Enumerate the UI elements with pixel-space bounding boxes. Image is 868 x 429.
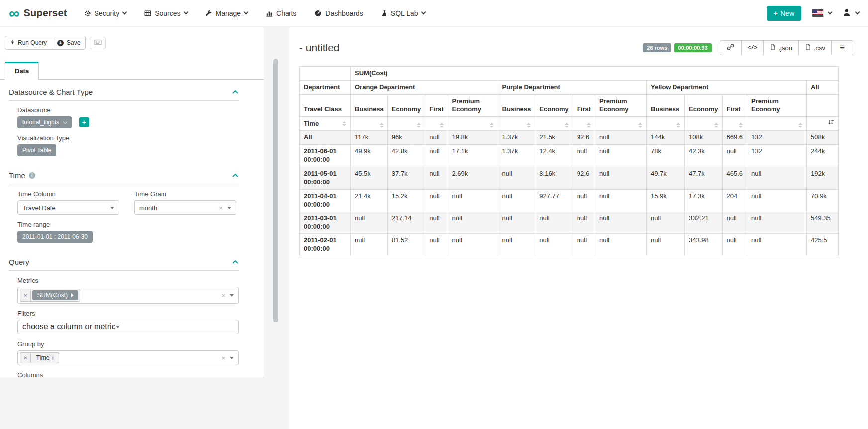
page-background [0,377,289,429]
chart-header: - untitled 26 rows 00:00:00.93 </> .json… [289,27,868,55]
run-query-button[interactable]: Run Query [5,36,52,50]
row-label: 2011-03-01 00:00:00 [300,212,351,234]
pivot-cell: null [425,234,448,256]
nav-item-manage[interactable]: Manage [205,9,248,17]
infinity-logo-icon: ∞ [9,6,19,20]
keyboard-shortcut-button[interactable] [90,37,106,49]
caret-right-icon [71,293,74,297]
groupby-token[interactable]: × Time i [20,352,59,363]
nav-item-sources[interactable]: Sources [144,9,187,17]
sort-header[interactable] [722,116,747,131]
sort-header[interactable] [387,116,425,131]
sort-header[interactable] [535,116,573,131]
gears-icon [84,10,91,17]
pivot-cell: 1.37k [498,131,535,145]
sort-header[interactable] [448,116,498,131]
chevron-down-icon [828,10,833,15]
nav-item-sql-lab[interactable]: SQL Lab [381,9,425,17]
share-link-button[interactable] [720,40,742,55]
time-range-button[interactable]: 2011-01-01 : 2011-06-30 [17,231,93,243]
language-selector[interactable] [812,9,832,17]
remove-token-icon[interactable]: × [20,289,31,301]
sort-header[interactable] [573,116,595,131]
export-csv-button[interactable]: .csv [798,40,832,55]
sort-icon [380,123,384,128]
class-header-row: Travel ClassBusinessEconomyFirstPremium … [300,94,839,116]
view-query-button[interactable]: </> [741,40,764,55]
info-icon: i [29,172,35,179]
tab-data[interactable]: Data [5,62,39,80]
chart-title[interactable]: - untitled [299,42,340,54]
class-header: Premium Economy [448,94,498,116]
superset-logo[interactable]: ∞ Superset [9,6,67,20]
pivot-cell: null [498,167,535,190]
metrics-label: Metrics [17,277,239,284]
time-grain-value: month [139,204,219,212]
groupby-value: Time [36,354,49,361]
clear-icon[interactable]: × [219,204,223,212]
flask-icon [381,10,387,17]
clear-icon[interactable]: × [221,292,225,299]
metric-header: SUM(Cost) [351,67,839,81]
nav-item-charts[interactable]: Charts [266,9,296,17]
filters-select[interactable]: choose a column or metric [17,320,239,334]
chevron-up-icon [232,87,239,96]
user-menu[interactable] [843,8,859,18]
section-title: Query [9,258,29,266]
chart-menu-button[interactable]: ≡ [831,40,853,55]
pivot-cell: null [498,189,535,212]
panel-scrollbar-thumb[interactable] [273,59,278,322]
pivot-cell: 15.9k [647,189,685,212]
sort-header[interactable] [595,116,647,131]
sort-header[interactable] [807,116,839,131]
sort-header[interactable] [747,116,807,131]
pivot-cell: null [747,212,807,234]
sort-header[interactable] [425,116,448,131]
class-dimension-label: Travel Class [300,94,351,116]
clear-icon[interactable]: × [221,354,225,362]
sort-header[interactable] [351,116,388,131]
metric-token[interactable]: × SUM(Cost) [20,289,80,302]
nav-item-dashboards[interactable]: Dashboards [314,9,363,17]
save-button[interactable]: + Save [52,36,86,50]
export-button-group: </> .json .csv ≡ [720,40,853,55]
time-column-select[interactable]: Travel Date [17,200,119,215]
pivot-cell: null [351,212,388,234]
sort-header[interactable] [498,116,535,131]
sort-icon [490,123,494,128]
caret-down-icon [230,357,234,359]
section-header-time[interactable]: Time i [9,163,239,184]
section-title: Time [9,171,25,180]
sort-header[interactable] [647,116,685,131]
class-header: Business [351,94,388,116]
section-header-query[interactable]: Query [9,250,239,271]
row-label: 2011-06-01 00:00:00 [300,145,351,167]
sort-desc-icon [828,119,834,128]
pivot-row: 2011-02-01 00:00:00null81.52nullnullnull… [300,234,839,256]
time-column-label: Time Column [17,190,119,198]
pivot-cell: 49.9k [351,145,388,167]
sort-icon [527,123,531,128]
metrics-select[interactable]: × SUM(Cost) × [17,287,239,304]
time-grain-select[interactable]: month × [134,200,236,215]
row-dimension-sort-header[interactable]: Time [300,116,351,131]
metric-pill[interactable]: SUM(Cost) [32,290,78,300]
section-header-datasource[interactable]: Datasource & Chart Type [9,80,239,101]
export-json-button[interactable]: .json [763,40,798,55]
pivot-cell: null [498,212,535,234]
remove-token-icon[interactable]: × [20,353,31,363]
new-button[interactable]: + New [767,6,801,21]
pivot-cell: 37.7k [387,167,425,190]
add-datasource-button[interactable]: + [79,117,89,127]
sort-header[interactable] [685,116,723,131]
nav-label: Security [95,9,120,17]
chevron-down-icon [244,10,249,15]
pivot-cell: 42.8k [387,145,425,167]
pivot-cell: 204 [722,189,747,212]
datasource-select[interactable]: tutorial_flights [17,116,72,128]
bar-chart-icon [266,10,273,17]
nav-item-security[interactable]: Security [84,9,127,17]
sort-icon [714,123,718,128]
groupby-select[interactable]: × Time i × [17,350,239,365]
viz-type-select[interactable]: Pivot Table [17,144,56,156]
